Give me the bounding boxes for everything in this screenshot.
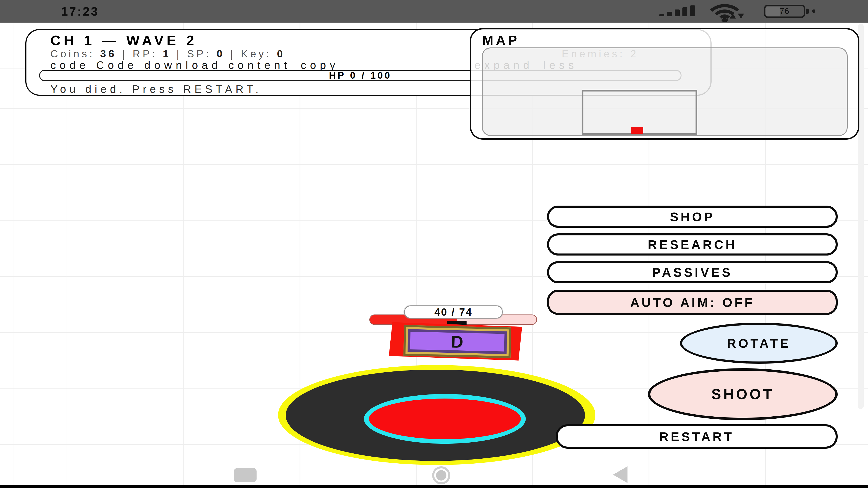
resources-line: Coins: 36 | RP: 1 | SP: 0 | Key: 0 xyxy=(51,48,285,60)
map-panel: MAP xyxy=(470,28,860,140)
door-panel: D xyxy=(408,329,507,354)
rp-label: | RP: xyxy=(117,48,163,60)
ammo-counter-badge: 40 / 74 xyxy=(404,305,503,319)
gesture-bar xyxy=(0,485,868,488)
rp-value: 1 xyxy=(163,48,171,60)
door-sprite: D xyxy=(403,325,511,358)
sp-label: | SP: xyxy=(171,48,217,60)
clock: 17:23 xyxy=(61,0,99,23)
icon-font-fallback-text[interactable]: code Code download content_copy xyxy=(51,59,339,71)
key-label: | Key: xyxy=(225,48,277,60)
status-bar: 17:23 76 xyxy=(0,0,868,23)
death-message: You died. Press RESTART. xyxy=(51,83,262,95)
shoot-button[interactable]: SHOOT xyxy=(648,368,838,420)
sp-value: 0 xyxy=(217,48,225,60)
home-button[interactable] xyxy=(432,466,450,484)
map-title: MAP xyxy=(483,33,520,48)
research-button[interactable]: RESEARCH xyxy=(547,233,838,256)
battery-percent: 76 xyxy=(780,6,789,16)
restart-button[interactable]: RESTART xyxy=(556,424,838,449)
minimap-player-dot xyxy=(631,127,643,134)
battery-fill xyxy=(766,6,780,16)
rotate-button[interactable]: ROTATE xyxy=(680,323,838,364)
coins-label: Coins: xyxy=(51,48,100,60)
back-button[interactable] xyxy=(613,466,627,483)
key-value: 0 xyxy=(277,48,285,60)
battery-icon: 76 xyxy=(764,5,805,18)
coins-value: 36 xyxy=(100,48,117,60)
recent-apps-button[interactable] xyxy=(234,468,256,482)
chapter-wave-title: CH 1 — WAVE 2 xyxy=(51,32,197,48)
battery-nub xyxy=(806,8,809,14)
minimap xyxy=(482,47,848,136)
shop-button[interactable]: SHOP xyxy=(547,205,838,228)
door-letter: D xyxy=(451,332,464,352)
battery-indicator-dot xyxy=(812,9,815,13)
data-transfer-icon xyxy=(730,13,745,20)
passives-button[interactable]: PASSIVES xyxy=(547,261,838,283)
auto-aim-toggle-button[interactable]: AUTO AIM: OFF xyxy=(547,290,838,315)
joystick-knob[interactable] xyxy=(369,398,521,439)
home-button-dot xyxy=(436,470,446,481)
